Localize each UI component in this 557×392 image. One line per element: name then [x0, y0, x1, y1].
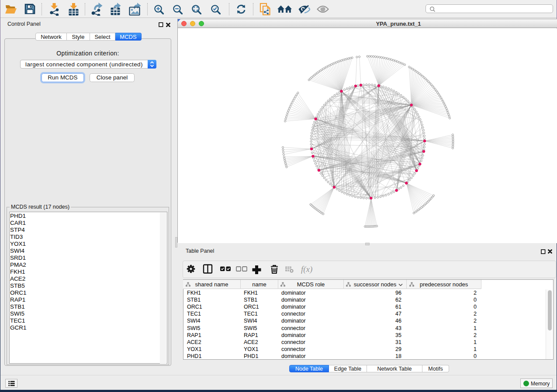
svg-text:f(x): f(x)	[301, 265, 312, 274]
